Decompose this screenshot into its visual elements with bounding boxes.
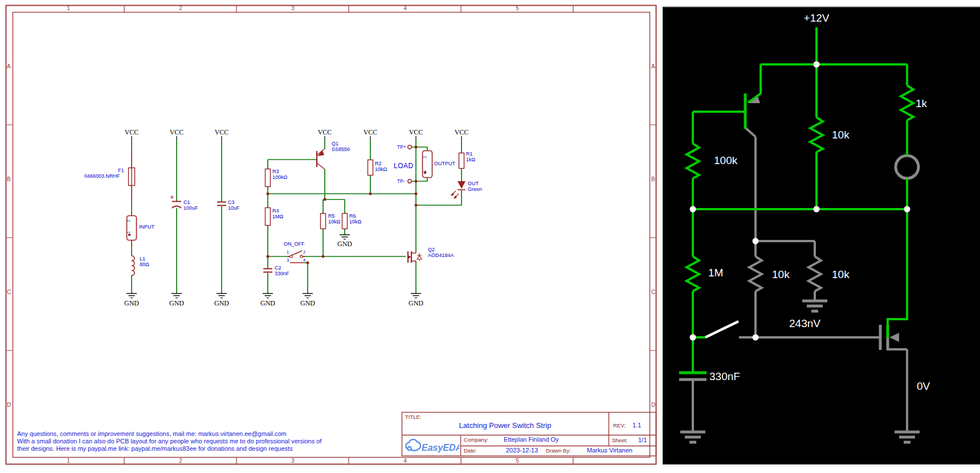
transistor-Q1[interactable] — [317, 149, 325, 169]
rev-value[interactable]: 1.1 — [632, 422, 641, 429]
net-label-gnd: GND — [337, 240, 352, 247]
net-label-vcc: VCC — [170, 129, 184, 136]
sheet-value[interactable]: 1/1 — [638, 437, 647, 443]
mosfet-Q2[interactable] — [408, 251, 422, 263]
connector-OUTPUT[interactable] — [423, 151, 432, 178]
app-window: EasyEDA 1 2 3 4 5 1 2 3 4 5 A B C D A B … — [0, 0, 980, 473]
easyeda-logo[interactable]: EasyEDA — [403, 438, 459, 455]
capacitor-330nf-label: 330nF — [709, 371, 740, 382]
net-label-vcc: VCC — [364, 129, 378, 136]
c2-value[interactable]: 330nF — [275, 271, 289, 276]
r6-value[interactable]: 10kΩ — [349, 219, 361, 225]
input-ref[interactable]: INPUT — [139, 225, 154, 230]
r1-ref[interactable]: R1 — [466, 152, 473, 157]
footer-line: Any questions, comments or improvement s… — [17, 431, 287, 437]
switch-pin4: 4 — [303, 258, 305, 263]
sheet-label: Sheet: — [612, 438, 627, 443]
sheet-title[interactable]: Latching Power Switch Strip — [402, 422, 609, 429]
switch-pin3: 3 — [287, 258, 289, 263]
input-pin1: 1 — [126, 231, 131, 234]
ruler-col: 3 — [291, 458, 295, 464]
resistor-1k-label: 1k — [916, 98, 927, 109]
tp-plus-label[interactable]: TP+ — [397, 145, 406, 150]
c1-value[interactable]: 100uF — [183, 206, 198, 211]
inductor-L1[interactable] — [132, 256, 134, 275]
led-value[interactable]: Green — [468, 187, 482, 192]
led-OUT[interactable] — [451, 181, 466, 199]
ruler-row: D — [7, 402, 11, 408]
tp-minus-label[interactable]: TP- — [397, 179, 405, 184]
r4-ref[interactable]: R4 — [272, 209, 279, 214]
r5-value[interactable]: 10kΩ — [328, 219, 340, 225]
net-label-gnd: GND — [409, 300, 423, 307]
capacitor-C2[interactable] — [263, 269, 272, 272]
net-label-vcc: VCC — [409, 129, 423, 136]
ruler-row: B — [7, 177, 11, 182]
footer-line: With a small donation I can also do PCB … — [17, 438, 321, 445]
r3-value[interactable]: 100kΩ — [272, 175, 287, 180]
q2-ref[interactable]: Q2 — [428, 247, 435, 252]
ruler-col: 5 — [516, 458, 519, 464]
ruler-col: 4 — [403, 458, 407, 464]
f1-value[interactable]: 0466003.NRHF — [84, 174, 120, 179]
rev-label: REV: — [613, 423, 626, 429]
q2-value[interactable]: AOD4184A — [428, 253, 454, 258]
capacitor-C1[interactable] — [170, 195, 181, 208]
title-label: TITLE: — [405, 414, 422, 420]
l1-ref[interactable]: L1 — [140, 256, 145, 262]
net-label-vcc: VCC — [318, 129, 332, 136]
ruler-col: 5 — [516, 6, 519, 11]
r4-value[interactable]: 1MΩ — [272, 214, 283, 219]
junction-dots — [128, 146, 426, 264]
date-label: Date: — [464, 448, 477, 454]
r5-ref[interactable]: R5 — [328, 214, 335, 219]
schematic-pane[interactable]: EasyEDA 1 2 3 4 5 1 2 3 4 5 A B C D A B … — [0, 0, 663, 473]
r1-value[interactable]: 1kΩ — [466, 157, 475, 162]
net-label-gnd: GND — [300, 300, 315, 307]
r3-ref[interactable]: R3 — [272, 169, 279, 174]
c2-ref[interactable]: C2 — [275, 266, 281, 271]
date-value[interactable]: 2023-12-13 — [506, 447, 538, 454]
output-ref[interactable]: OUTPUT — [434, 161, 455, 166]
resistor-1m-label: 1M — [708, 267, 723, 278]
net-label-vcc: VCC — [215, 129, 229, 136]
switch-pin1: 1 — [287, 250, 289, 255]
l1-value[interactable]: 80Ω — [140, 262, 149, 267]
ruler-col: 1 — [67, 458, 70, 464]
drawn-by-value[interactable]: Markus Virtanen — [587, 447, 632, 454]
ruler-col: 2 — [179, 6, 182, 11]
output-pin1: 1 — [423, 170, 427, 173]
r2-ref[interactable]: R2 — [375, 161, 382, 166]
simulator-background — [663, 7, 980, 464]
fuse-F1[interactable] — [129, 168, 135, 186]
footer-line: their designs. Here is my paypal.me link… — [17, 446, 293, 452]
ruler-col: 1 — [67, 6, 70, 11]
net-label-vcc: VCC — [455, 129, 469, 136]
ruler-row: C — [7, 289, 11, 295]
c3-ref[interactable]: C3 — [228, 200, 235, 205]
f1-ref[interactable]: F1 — [118, 168, 124, 173]
load-net-label[interactable]: LOAD — [394, 162, 414, 169]
resistor-10k-mid-label: 10k — [832, 129, 850, 140]
resistor-100k-label: 100k — [714, 155, 737, 166]
switch-ON_OFF[interactable] — [288, 251, 305, 263]
simulator-pane[interactable]: +12V 1k 10k 100k 1M 10k 10k 243nV 330nF … — [663, 0, 980, 473]
c1-ref[interactable]: C1 — [183, 200, 190, 205]
r2-value[interactable]: 10kΩ — [375, 167, 387, 172]
net-label-gnd: GND — [124, 300, 139, 307]
switch-ref[interactable]: ON_OFF — [284, 242, 305, 247]
input-pin2: 2 — [126, 220, 131, 222]
ruler-row: A — [7, 64, 11, 70]
ruler-row: C — [651, 289, 655, 295]
resistor-10k-gnd-label: 10k — [832, 269, 850, 280]
q1-ref[interactable]: Q1 — [332, 141, 338, 146]
r6-ref[interactable]: R6 — [349, 214, 356, 219]
led-ref[interactable]: OUT — [468, 181, 479, 186]
company-value[interactable]: Etteplan Finland Oy — [504, 437, 559, 443]
q1-value[interactable]: SS8550 — [332, 147, 350, 152]
ruler-row: A — [651, 64, 655, 70]
net-label-gnd: GND — [169, 300, 184, 307]
capacitor-C3[interactable] — [217, 202, 226, 206]
c3-value[interactable]: 10uF — [228, 206, 240, 211]
ruler-col: 4 — [403, 6, 407, 11]
